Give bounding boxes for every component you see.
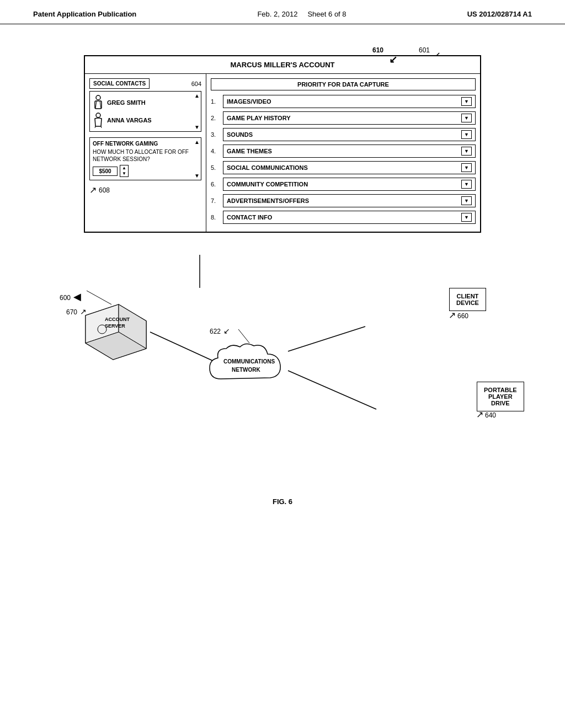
svg-line-3: [100, 101, 101, 109]
priority-label-4: GAME THEMES: [227, 148, 272, 154]
contact-item-anna: ANNA VARGAS: [92, 111, 199, 129]
spinner[interactable]: ▲ ▼: [120, 165, 129, 177]
dropdown-arrow-1[interactable]: ▼: [461, 97, 472, 106]
person-icon-anna: [92, 113, 104, 128]
svg-line-2: [95, 101, 97, 109]
dropdown-arrow-7[interactable]: ▼: [461, 196, 472, 205]
svg-text:NETWORK: NETWORK: [232, 367, 260, 373]
priority-dropdown-7[interactable]: ADVERTISEMENTS/OFFERS ▼: [223, 194, 476, 207]
svg-text:ACCOUNT: ACCOUNT: [105, 317, 130, 322]
cloud-svg: COMMUNICATIONS NETWORK: [204, 340, 292, 390]
fig-label: FIG. 6: [33, 497, 532, 506]
date-label: Feb. 2, 2012: [257, 10, 297, 18]
priority-dropdown-6[interactable]: COMMUNITY COMPETITION ▼: [223, 178, 476, 191]
svg-line-8: [288, 326, 365, 351]
person-icon-greg: [92, 95, 104, 110]
social-contacts-header: SOCIAL CONTACTS 604: [89, 78, 201, 89]
dropdown-arrow-8[interactable]: ▼: [461, 213, 472, 222]
svg-text:SERVER: SERVER: [105, 323, 125, 329]
account-title: 610 ↙ MARCUS MILLER'S ACCOUNT: [85, 56, 480, 74]
right-panel: PRIORITY FOR DATA CAPTURE 1. IMAGES/VIDE…: [206, 74, 480, 232]
off-network-title: OFF NETWORK GAMING: [93, 141, 198, 147]
off-network-scroll-top: ▲: [194, 139, 200, 145]
priority-item-5: 5. SOCIAL COMMUNICATIONS ▼: [211, 161, 476, 174]
diagram-area: 600 ◀ 670 ↗ ACCOUNT SERVER 622: [33, 255, 532, 486]
off-network-scroll-bottom: ▼: [194, 173, 200, 179]
ref-640-label: ↗ 640: [476, 409, 496, 420]
priority-item-7: 7. ADVERTISEMENTS/OFFERS ▼: [211, 194, 476, 207]
priority-title: PRIORITY FOR DATA CAPTURE: [211, 78, 476, 90]
dropdown-arrow-5[interactable]: ▼: [461, 163, 472, 172]
arrow-608: ↗: [89, 185, 97, 195]
ref-610-inline: 610: [372, 46, 383, 54]
server-box: ACCOUNT SERVER: [74, 293, 157, 367]
priority-num-2: 2.: [211, 115, 223, 121]
dropdown-arrow-2[interactable]: ▼: [461, 114, 472, 122]
ref-608-label: 608: [99, 186, 110, 194]
priority-item-4: 4. GAME THEMES ▼: [211, 144, 476, 158]
server-drawing-svg: ACCOUNT SERVER: [74, 293, 157, 365]
svg-line-9: [288, 371, 376, 409]
priority-label-7: ADVERTISEMENTS/OFFERS: [227, 197, 309, 204]
priority-list: 1. IMAGES/VIDEO ▼ 2. GAME PLAY HISTORY ▼: [211, 95, 476, 224]
scroll-up-icon: ▲: [194, 93, 200, 99]
priority-item-8: 8. CONTACT INFO ▼: [211, 211, 476, 224]
ref-601-label: 601: [419, 46, 430, 54]
sheet-label: Sheet 6 of 8: [307, 10, 346, 18]
publication-label: Patent Application Publication: [33, 10, 136, 18]
priority-dropdown-8[interactable]: CONTACT INFO ▼: [223, 211, 476, 224]
dropdown-arrow-6[interactable]: ▼: [461, 180, 472, 189]
ref-608-area: ↗ 608: [89, 185, 201, 195]
date-sheet-label: Feb. 2, 2012 Sheet 6 of 8: [257, 10, 346, 18]
spinner-up[interactable]: ▲: [120, 165, 128, 171]
allocate-row: $500 ▲ ▼: [93, 165, 198, 177]
priority-dropdown-2[interactable]: GAME PLAY HISTORY ▼: [223, 111, 476, 125]
priority-item-6: 6. COMMUNITY COMPETITION ▼: [211, 178, 476, 191]
priority-num-5: 5.: [211, 164, 223, 171]
client-device-label: CLIENT DEVICE: [449, 288, 486, 311]
dropdown-arrow-4[interactable]: ▼: [461, 147, 472, 156]
svg-line-6: [101, 126, 102, 128]
ref-604-label: 604: [191, 81, 201, 87]
priority-label-6: COMMUNITY COMPETITION: [227, 181, 308, 188]
priority-dropdown-4[interactable]: GAME THEMES ▼: [223, 144, 476, 158]
svg-text:COMMUNICATIONS: COMMUNICATIONS: [223, 358, 275, 365]
priority-item-3: 3. SOUNDS ▼: [211, 128, 476, 141]
svg-point-4: [96, 113, 100, 117]
page-header: Patent Application Publication Feb. 2, 2…: [0, 0, 565, 24]
priority-label-3: SOUNDS: [227, 131, 253, 138]
amount-input[interactable]: $500: [93, 167, 118, 176]
priority-num-1: 1.: [211, 98, 223, 105]
priority-item-2: 2. GAME PLAY HISTORY ▼: [211, 111, 476, 125]
priority-num-6: 6.: [211, 181, 223, 188]
priority-num-7: 7.: [211, 197, 223, 204]
contact-item-greg: GREG SMITH: [92, 94, 199, 111]
dropdown-arrow-3[interactable]: ▼: [461, 130, 472, 139]
priority-dropdown-5[interactable]: SOCIAL COMMUNICATIONS ▼: [223, 161, 476, 174]
priority-num-4: 4.: [211, 148, 223, 154]
contacts-list: ▲ GREG SMITH: [89, 91, 201, 132]
priority-dropdown-3[interactable]: SOUNDS ▼: [223, 128, 476, 141]
portable-drive-label: PORTABLE PLAYER DRIVE: [477, 382, 524, 411]
priority-num-3: 3.: [211, 131, 223, 138]
priority-label-8: CONTACT INFO: [227, 214, 272, 221]
priority-num-8: 8.: [211, 214, 223, 221]
priority-label-1: IMAGES/VIDEO: [227, 98, 271, 105]
ref-660-label: ↗ 660: [449, 310, 468, 320]
off-network-box: ▲ OFF NETWORK GAMING HOW MUCH TO ALLOCAT…: [89, 137, 201, 180]
priority-dropdown-1[interactable]: IMAGES/VIDEO ▼: [223, 95, 476, 108]
main-content: 601 ↙ 610 ↙ MARCUS MILLER'S ACCOUNT SOCI…: [0, 24, 565, 528]
ui-screenshot-box: 610 ↙ MARCUS MILLER'S ACCOUNT SOCIAL CON…: [84, 55, 481, 233]
spinner-down[interactable]: ▼: [120, 171, 128, 176]
svg-point-0: [96, 95, 100, 100]
svg-line-5: [95, 126, 95, 128]
contact-greg-name: GREG SMITH: [107, 99, 146, 106]
priority-label-5: SOCIAL COMMUNICATIONS: [227, 164, 308, 171]
ref-622-label: 622 ↙: [210, 326, 230, 335]
priority-item-1: 1. IMAGES/VIDEO ▼: [211, 95, 476, 108]
left-panel: SOCIAL CONTACTS 604 ▲: [85, 74, 206, 232]
social-contacts-label: SOCIAL CONTACTS: [89, 78, 150, 89]
cloud-box: COMMUNICATIONS NETWORK: [204, 340, 292, 392]
arrow-610: ↙: [389, 53, 397, 66]
patent-number-label: US 2012/028714 A1: [467, 10, 532, 18]
